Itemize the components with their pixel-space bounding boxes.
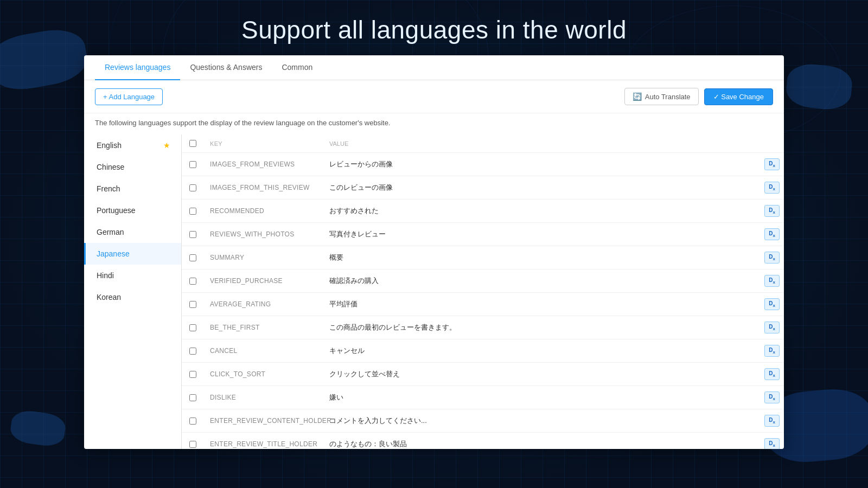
row-action-12: Dx (760, 433, 784, 449)
translate-icon-6: Dx (769, 300, 775, 308)
row-checkbox-cell-3 (182, 226, 203, 243)
tab-qa[interactable]: Questions & Answers (180, 55, 272, 80)
row-checkbox-11[interactable] (189, 418, 196, 425)
save-change-button[interactable]: ✓ Save Change (704, 88, 773, 105)
row-checkbox-cell-10 (182, 389, 203, 407)
translation-row: DISLIKE 嫌い Dx (182, 386, 784, 409)
translate-icon-btn-12[interactable]: Dx (764, 438, 780, 449)
row-value-2: おすすめされた (323, 201, 760, 221)
translation-row: VERIFIED_PURCHASE 確認済みの購入 Dx (182, 269, 784, 293)
language-sidebar: English★ChineseFrenchPortugueseGermanJap… (84, 134, 182, 449)
add-language-button[interactable]: + Add Language (95, 88, 163, 105)
row-value-4: 概要 (323, 247, 760, 268)
tab-reviews-languages[interactable]: Reviews languages (95, 55, 180, 80)
row-key-9: CLICK_TO_SORT (203, 365, 323, 383)
row-checkbox-3[interactable] (189, 231, 196, 238)
language-item-korean[interactable]: Korean (84, 286, 181, 308)
language-item-french[interactable]: French (84, 178, 181, 200)
translate-icon-btn-4[interactable]: Dx (764, 252, 780, 264)
translate-icon-btn-9[interactable]: Dx (764, 368, 780, 380)
row-checkbox-2[interactable] (189, 208, 196, 215)
row-checkbox-1[interactable] (189, 184, 196, 191)
translation-row: ENTER_REVIEW_CONTENT_HOLDER コメントを入力してくださ… (182, 409, 784, 433)
row-key-12: ENTER_REVIEW_TITLE_HOLDER (203, 435, 323, 449)
translate-icon-11: Dx (769, 417, 775, 425)
row-value-1: このレビューの画像 (323, 177, 760, 198)
row-checkbox-cell-9 (182, 365, 203, 383)
language-item-portuguese[interactable]: Portuguese (84, 200, 181, 221)
row-key-10: DISLIKE (203, 388, 323, 407)
select-all-checkbox[interactable] (189, 140, 196, 147)
translate-icon-btn-11[interactable]: Dx (764, 415, 780, 427)
row-checkbox-cell-6 (182, 296, 203, 313)
translate-icon-btn-2[interactable]: Dx (764, 205, 780, 217)
auto-translate-label: Auto Translate (645, 93, 691, 101)
language-name-hindi: Hindi (97, 271, 114, 280)
translate-icon-btn-10[interactable]: Dx (764, 391, 780, 403)
row-action-9: Dx (760, 363, 784, 386)
language-item-german[interactable]: German (84, 221, 181, 243)
translate-icon-btn-6[interactable]: Dx (764, 298, 780, 310)
language-name-german: German (97, 228, 124, 236)
language-name-portuguese: Portuguese (97, 206, 136, 215)
language-item-english[interactable]: English★ (84, 134, 181, 156)
language-name-english: English (97, 141, 122, 150)
header-value: VALUE (323, 135, 760, 152)
translate-icon-10: Dx (769, 394, 775, 401)
row-value-6: 平均評価 (323, 294, 760, 314)
row-checkbox-4[interactable] (189, 254, 196, 261)
row-action-5: Dx (760, 269, 784, 292)
row-key-1: IMAGES_FROM_THIS_REVIEW (203, 178, 323, 197)
row-checkbox-cell-4 (182, 249, 203, 267)
row-action-2: Dx (760, 200, 784, 222)
translate-icon-btn-7[interactable]: Dx (764, 322, 780, 333)
translate-icon-4: Dx (769, 254, 775, 261)
translate-icon-2: Dx (769, 207, 775, 215)
language-name-korean: Korean (97, 293, 121, 301)
row-action-1: Dx (760, 176, 784, 199)
row-action-11: Dx (760, 409, 784, 432)
language-item-japanese[interactable]: Japanese (84, 243, 181, 265)
tabs-bar: Reviews languages Questions & Answers Co… (84, 55, 784, 80)
auto-translate-button[interactable]: 🔄 Auto Translate (624, 88, 699, 105)
row-key-5: VERIFIED_PURCHASE (203, 272, 323, 290)
row-action-4: Dx (760, 246, 784, 269)
row-checkbox-12[interactable] (189, 441, 196, 448)
row-value-7: この商品の最初のレビューを書きます。 (323, 317, 760, 338)
header-checkbox-cell (182, 134, 203, 152)
row-checkbox-cell-7 (182, 319, 203, 337)
row-checkbox-8[interactable] (189, 348, 196, 355)
translate-icon-btn-3[interactable]: Dx (764, 228, 780, 240)
header-key: KEY (203, 135, 323, 152)
translate-icon-btn-0[interactable]: Dx (764, 158, 780, 170)
row-checkbox-cell-0 (182, 156, 203, 174)
row-value-0: レビューからの画像 (323, 154, 760, 175)
translate-icon-1: Dx (769, 184, 775, 191)
row-checkbox-0[interactable] (189, 161, 196, 168)
row-checkbox-10[interactable] (189, 394, 196, 401)
language-item-hindi[interactable]: Hindi (84, 265, 181, 286)
row-key-0: IMAGES_FROM_REVIEWS (203, 155, 323, 174)
translate-icon-btn-5[interactable]: Dx (764, 275, 780, 287)
star-icon-english: ★ (163, 141, 170, 150)
row-checkbox-5[interactable] (189, 278, 196, 285)
row-checkbox-6[interactable] (189, 301, 196, 308)
translate-icon-btn-1[interactable]: Dx (764, 182, 780, 194)
row-checkbox-9[interactable] (189, 371, 196, 378)
translation-row: IMAGES_FROM_REVIEWS レビューからの画像 Dx (182, 153, 784, 176)
translate-icon-5: Dx (769, 277, 775, 285)
tab-common[interactable]: Common (272, 55, 322, 80)
row-action-8: Dx (760, 339, 784, 362)
row-checkbox-7[interactable] (189, 324, 196, 331)
row-checkbox-cell-1 (182, 179, 203, 197)
row-action-0: Dx (760, 153, 784, 176)
translation-row: IMAGES_FROM_THIS_REVIEW このレビューの画像 Dx (182, 176, 784, 200)
translation-row: SUMMARY 概要 Dx (182, 246, 784, 269)
translate-icon-btn-8[interactable]: Dx (764, 345, 780, 357)
translation-row: CANCEL キャンセル Dx (182, 339, 784, 363)
translation-area: KEY VALUE IMAGES_FROM_REVIEWS レビューからの画像 … (182, 134, 784, 449)
language-item-chinese[interactable]: Chinese (84, 156, 181, 178)
row-key-7: BE_THE_FIRST (203, 318, 323, 337)
row-checkbox-cell-8 (182, 342, 203, 360)
row-value-12: のようなもの：良い製品 (323, 434, 760, 449)
